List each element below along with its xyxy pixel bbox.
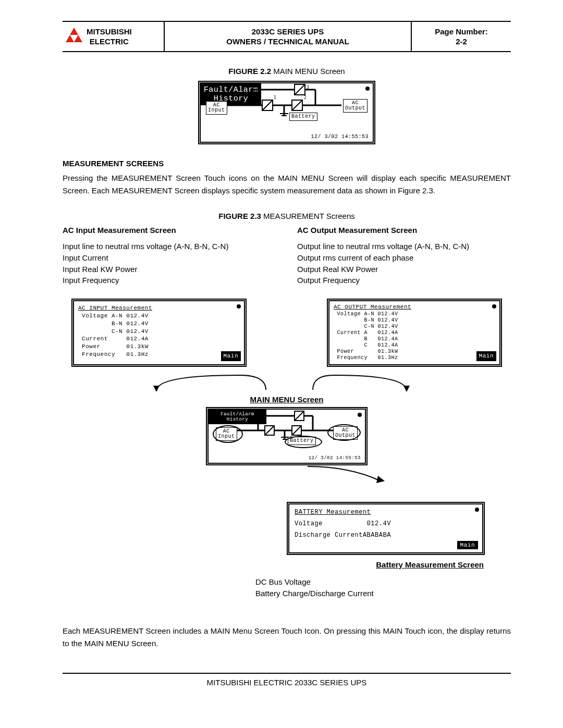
- svg-marker-2: [74, 35, 82, 42]
- svg-marker-36: [376, 476, 385, 483]
- ac-output-lcd-title: AC OUTPUT Measurement: [334, 303, 495, 311]
- mitsubishi-logo-icon: [65, 28, 83, 45]
- highlight-ac-input-icon: [213, 425, 243, 443]
- fig23-num: FIGURE 2.3: [218, 212, 261, 220]
- ac-output-col-title: AC Output Measurement Screen: [297, 226, 511, 235]
- arrow-to-battery-icon: [89, 465, 485, 486]
- footer-text: MITSUBISHI ELECTRIC 2033C SERIES UPS: [63, 678, 511, 687]
- closing-paragraph: Each MEASUREMENT Screen includes a MAIN …: [63, 625, 511, 650]
- battery-list: DC Bus Voltage Battery Charge/Discharge …: [255, 576, 511, 599]
- main-button[interactable]: Main: [476, 351, 496, 361]
- ac-input-lcd-title: AC INPUT Measurement: [78, 304, 240, 312]
- lcd-indicator-dot-icon: [237, 304, 241, 309]
- highlight-battery-icon: [285, 436, 322, 448]
- battery-discharge-line: Discharge CurrentABABABA: [295, 532, 477, 539]
- mainmenu-label: MAIN MENU Screen: [63, 395, 511, 404]
- lcd-indicator-dot-icon: [365, 87, 370, 91]
- fig22-lcd: 1 2 3 AC Input AC Output Battery Fault/A…: [198, 81, 375, 144]
- svg-text:1: 1: [274, 95, 276, 100]
- ac-output-item: Output line to neutral rms voltage (A-N,…: [297, 241, 511, 252]
- ac-input-lcd: AC INPUT Measurement Voltage A-N 012.4V …: [71, 299, 247, 367]
- page-label: Page Number:: [435, 27, 488, 37]
- ac-output-lcd-body: Voltage A-N 012.4V B-N 012.4V C-N 012.4V…: [334, 311, 495, 361]
- ac-input-item: Input Frequency: [63, 275, 276, 286]
- svg-marker-20: [153, 386, 160, 392]
- lcd-indicator-dot-icon: [492, 304, 496, 309]
- section-heading: MEASUREMENT SCREENS: [63, 159, 511, 168]
- svg-marker-0: [70, 28, 78, 35]
- ac-input-button[interactable]: AC Input: [206, 101, 227, 115]
- ac-input-item: Input Current: [63, 252, 276, 264]
- fig23-name: MEASUREMENT Screens: [261, 212, 355, 220]
- main-button[interactable]: Main: [221, 351, 241, 361]
- arrows-down-icon: [89, 370, 485, 392]
- lcd-indicator-dot-icon: [358, 413, 362, 417]
- title1: 2033C SERIES UPS: [226, 27, 349, 37]
- svg-marker-1: [66, 35, 74, 42]
- svg-text:2: 2: [304, 95, 307, 100]
- lcd-indicator-dot-icon: [475, 508, 479, 512]
- brand2: ELECTRIC: [87, 36, 132, 47]
- datetime-label: 12/ 3/02 14:55:53: [311, 134, 369, 140]
- ac-output-item: Output Real KW Power: [297, 264, 511, 275]
- ac-output-item: Output rms current of each phase: [297, 252, 511, 264]
- page-cell: Page Number: 2-2: [412, 22, 511, 51]
- svg-text:3: 3: [307, 85, 309, 90]
- ac-input-item: Input Real KW Power: [63, 264, 276, 275]
- ac-input-column: AC Input Measurement Screen Input line t…: [63, 226, 276, 286]
- ac-output-item: Output Frequency: [297, 275, 511, 286]
- main-button[interactable]: Main: [457, 541, 478, 549]
- battery-voltage-line: Voltage 012.4V: [295, 520, 477, 527]
- fig23-caption: FIGURE 2.3 MEASUREMENT Screens: [63, 212, 511, 220]
- brand-cell: MITSUBISHI ELECTRIC: [63, 22, 165, 51]
- brand1: MITSUBISHI: [87, 27, 132, 37]
- fig22-num: FIGURE 2.2: [228, 67, 271, 76]
- fig22-name: MAIN MENU Screen: [271, 67, 345, 76]
- footer-rule: [63, 673, 511, 674]
- page: MITSUBISHI ELECTRIC 2033C SERIES UPS OWN…: [0, 0, 563, 708]
- battery-list-item: Battery Charge/Discharge Current: [255, 588, 511, 599]
- section-paragraph: Pressing the MEASUREMENT Screen Touch ic…: [63, 172, 511, 197]
- battery-lcd-title: BATTERY Measurement: [295, 509, 477, 516]
- battery-button[interactable]: Battery: [289, 113, 317, 121]
- ac-input-item: Input line to neutral rms voltage (A-N, …: [63, 241, 276, 252]
- ac-output-column: AC Output Measurement Screen Output line…: [297, 226, 511, 286]
- header: MITSUBISHI ELECTRIC 2033C SERIES UPS OWN…: [63, 21, 511, 52]
- datetime-label: 12/ 3/02 14:55:53: [309, 455, 361, 461]
- title-cell: 2033C SERIES UPS OWNERS / TECHNICAL MANU…: [165, 22, 412, 51]
- measurement-lcds-row: AC INPUT Measurement Voltage A-N 012.4V …: [63, 299, 511, 367]
- battery-list-item: DC Bus Voltage: [255, 576, 511, 588]
- battery-screen-label: Battery Measurement Screen: [63, 560, 484, 569]
- mainmenu-lcd-2: AC Input AC Output Battery Fault/Alarm H…: [206, 407, 368, 465]
- page-num: 2-2: [435, 36, 488, 47]
- ac-input-lcd-body: Voltage A-N 012.4V B-N 012.4V C-N 012.4V…: [78, 312, 240, 359]
- ac-input-col-title: AC Input Measurement Screen: [63, 226, 276, 235]
- ac-output-lcd: AC OUTPUT Measurement Voltage A-N 012.4V…: [327, 299, 502, 367]
- battery-lcd: BATTERY Measurement Voltage 012.4V Disch…: [287, 502, 485, 555]
- fig22-caption: FIGURE 2.2 MAIN MENU Screen: [63, 67, 511, 76]
- measurement-columns: AC Input Measurement Screen Input line t…: [63, 226, 511, 286]
- title2: OWNERS / TECHNICAL MANUAL: [226, 36, 349, 47]
- highlight-ac-output-icon: [327, 424, 361, 441]
- svg-marker-21: [403, 386, 410, 392]
- ac-output-button[interactable]: AC Output: [343, 99, 368, 113]
